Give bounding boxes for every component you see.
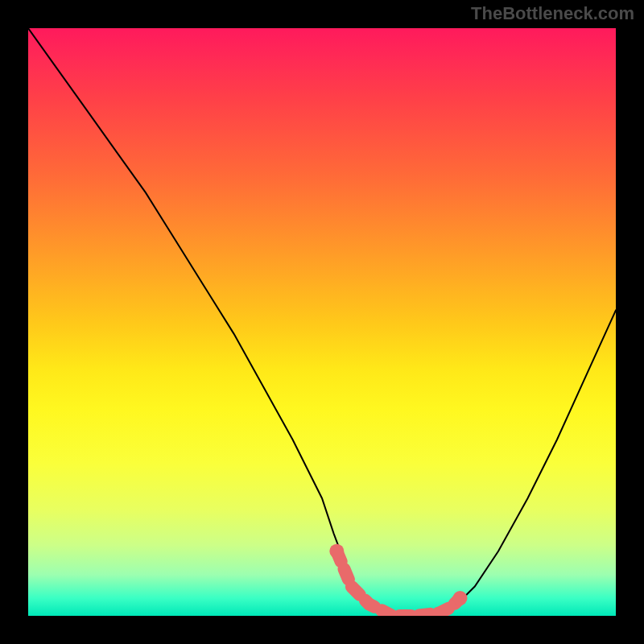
chart-svg: [28, 28, 616, 616]
optimal-range-dots: [329, 544, 467, 616]
watermark-text: TheBottleneck.com: [471, 3, 634, 24]
chart-container: [28, 28, 616, 616]
svg-point-0: [329, 544, 344, 559]
svg-point-1: [453, 591, 468, 605]
bottleneck-curve: [28, 28, 616, 616]
